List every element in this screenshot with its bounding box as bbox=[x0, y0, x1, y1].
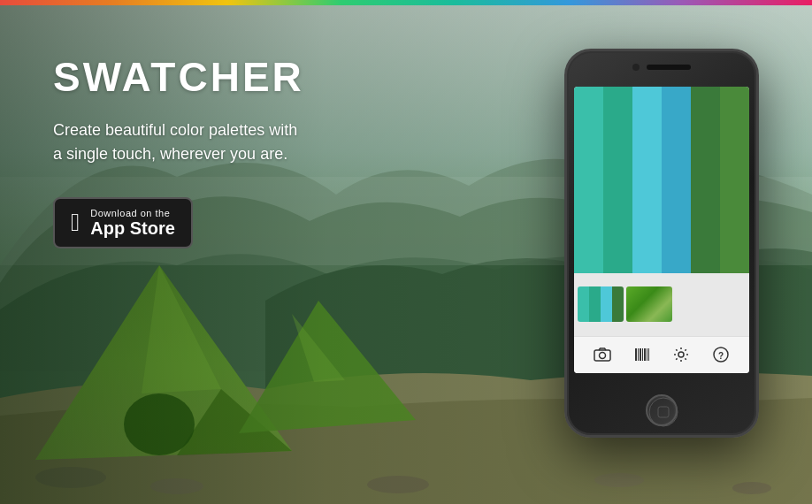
svg-rect-13 bbox=[640, 348, 641, 361]
toolbar-help-icon[interactable]: ? bbox=[711, 345, 731, 364]
rainbow-bar bbox=[0, 0, 812, 5]
svg-point-18 bbox=[678, 352, 684, 357]
toolbar-settings-icon[interactable] bbox=[671, 345, 691, 364]
phone-mockup: ? bbox=[564, 49, 759, 438]
svg-point-21 bbox=[649, 398, 678, 426]
left-panel: SWATCHER Create beautiful color palettes… bbox=[53, 44, 564, 248]
phone-side-btn-vol-down bbox=[564, 175, 566, 202]
swatch-display bbox=[574, 87, 749, 273]
svg-rect-14 bbox=[642, 348, 643, 361]
thumb-photo-1[interactable] bbox=[626, 286, 672, 322]
svg-text:?: ? bbox=[718, 351, 724, 361]
phone-side-btn-vol-up bbox=[564, 140, 566, 166]
btn-text-group: Download on the App Store bbox=[90, 208, 175, 238]
toolbar-camera-icon[interactable] bbox=[593, 345, 612, 364]
svg-rect-22 bbox=[658, 407, 669, 417]
phone-top-bar bbox=[632, 64, 691, 71]
swatch-5 bbox=[691, 87, 720, 273]
app-store-button[interactable]:  Download on the App Store bbox=[53, 197, 193, 248]
app-title: SWATCHER bbox=[53, 53, 564, 101]
svg-rect-17 bbox=[648, 348, 649, 361]
svg-rect-15 bbox=[644, 348, 646, 361]
apple-logo-icon:  bbox=[71, 210, 80, 235]
swatch-1 bbox=[574, 87, 603, 273]
phone-side-btn-mute bbox=[564, 113, 566, 131]
phone-camera-dot bbox=[632, 64, 640, 71]
toolbar-barcode-icon[interactable] bbox=[632, 345, 652, 364]
swatch-2 bbox=[603, 87, 632, 273]
thumbnail-row bbox=[574, 273, 749, 336]
phone-home-button[interactable] bbox=[646, 394, 678, 426]
main-content: SWATCHER Create beautiful color palettes… bbox=[0, 0, 812, 504]
svg-rect-11 bbox=[635, 348, 637, 361]
btn-main-label: App Store bbox=[90, 218, 175, 238]
app-tagline: Create beautiful color palettes with a s… bbox=[53, 118, 301, 166]
thumb-palette-1[interactable] bbox=[578, 286, 624, 322]
swatch-6 bbox=[720, 87, 749, 273]
swatch-4 bbox=[662, 87, 691, 273]
phone-side-btn-right bbox=[757, 122, 759, 149]
svg-rect-16 bbox=[647, 348, 647, 361]
phone-toolbar: ? bbox=[574, 336, 749, 373]
phone-screen: ? bbox=[574, 87, 749, 373]
phone-wrapper: ? bbox=[564, 44, 759, 438]
btn-pre-label: Download on the bbox=[90, 208, 175, 218]
svg-rect-12 bbox=[638, 348, 639, 361]
phone-speaker bbox=[647, 65, 691, 70]
svg-point-10 bbox=[600, 353, 606, 359]
swatch-3 bbox=[632, 87, 662, 273]
